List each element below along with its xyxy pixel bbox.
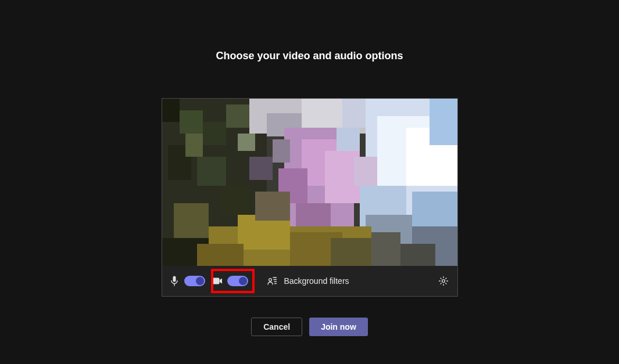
svg-rect-39: [371, 232, 400, 266]
svg-rect-42: [173, 276, 176, 282]
svg-rect-36: [238, 134, 255, 151]
svg-rect-31: [197, 244, 244, 266]
page-title: Choose your video and audio options: [216, 50, 403, 62]
svg-rect-34: [249, 157, 273, 180]
svg-rect-3: [203, 122, 226, 145]
svg-rect-37: [337, 128, 360, 151]
gear-icon: [438, 276, 449, 286]
svg-rect-32: [331, 238, 371, 266]
svg-point-50: [442, 280, 445, 283]
mic-icon: [170, 276, 178, 286]
camera-toggle-group: [210, 275, 251, 287]
mic-toggle[interactable]: [184, 276, 205, 286]
svg-rect-40: [400, 244, 435, 266]
action-buttons: Cancel Join now: [251, 318, 368, 336]
device-settings-button[interactable]: [438, 275, 449, 287]
svg-rect-41: [162, 99, 180, 122]
camera-preview: [162, 99, 457, 266]
svg-rect-6: [220, 186, 249, 215]
cancel-button[interactable]: Cancel: [251, 318, 302, 336]
svg-point-45: [269, 279, 271, 282]
background-filters-label: Background filters: [284, 276, 349, 286]
svg-rect-38: [354, 157, 377, 186]
svg-rect-2: [180, 110, 203, 134]
svg-rect-33: [255, 192, 290, 221]
svg-rect-7: [174, 203, 209, 238]
camera-toggle[interactable]: [227, 276, 248, 286]
av-toolbar: Background filters: [162, 266, 457, 296]
svg-rect-44: [212, 278, 219, 284]
join-now-button[interactable]: Join now: [309, 318, 368, 336]
svg-rect-20: [430, 99, 457, 145]
svg-rect-10: [185, 134, 203, 157]
background-effects-icon: [267, 276, 277, 286]
camera-icon: [212, 277, 223, 285]
svg-rect-19: [412, 192, 457, 232]
preview-panel: Background filters: [162, 98, 458, 297]
svg-rect-13: [302, 99, 342, 128]
background-filters-button[interactable]: Background filters: [267, 276, 349, 286]
svg-rect-35: [273, 139, 290, 163]
svg-rect-5: [197, 157, 226, 186]
